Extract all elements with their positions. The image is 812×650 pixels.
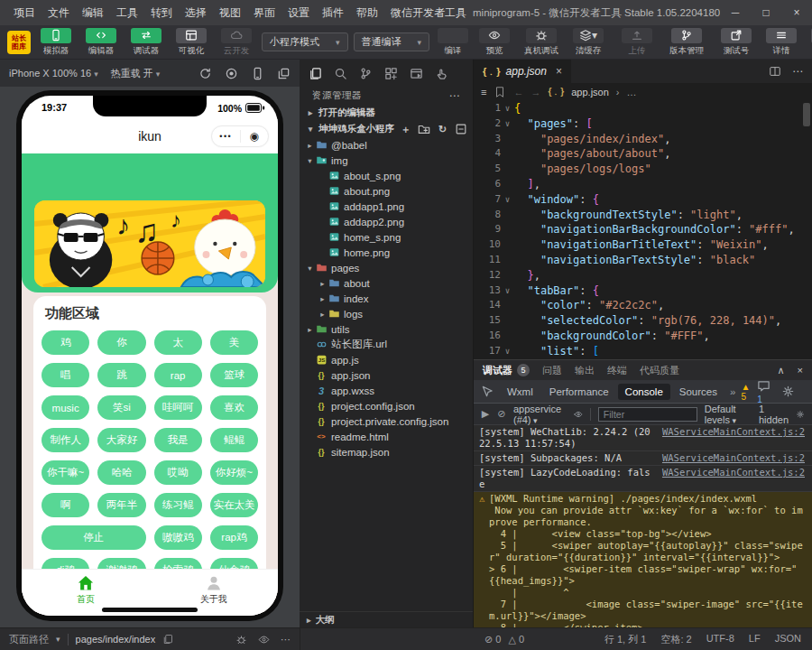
sound-button[interactable]: 鸡: [42, 330, 89, 355]
device-frame-icon[interactable]: [251, 67, 264, 80]
message-count-badge[interactable]: 1: [757, 379, 774, 404]
sound-button[interactable]: 跳: [97, 363, 145, 387]
tree-item[interactable]: {}project.config.json: [300, 398, 473, 413]
mode-select[interactable]: 小程序模式▾: [262, 32, 348, 51]
toolbar-button-test-account[interactable]: 测试号: [716, 28, 756, 57]
open-editors-section[interactable]: ▸打开的编辑器: [300, 105, 473, 121]
console-source-link[interactable]: WAServiceMainContext.js:2: [662, 426, 805, 438]
toolbar-button-version-manage[interactable]: 版本管理: [662, 28, 711, 57]
page-path-value[interactable]: pages/index/index: [76, 634, 156, 645]
tree-item[interactable]: JSapp.js: [300, 352, 473, 367]
devtools-tab-console[interactable]: Console: [618, 384, 670, 400]
sound-button[interactable]: 两年半: [97, 493, 145, 517]
fold-icon[interactable]: [501, 146, 514, 162]
search-view-icon[interactable]: [334, 67, 347, 80]
tree-item[interactable]: {}app.json: [300, 367, 473, 383]
devtools-tab-wxml[interactable]: Wxml: [500, 384, 540, 400]
sound-button[interactable]: 唱: [42, 363, 89, 387]
top-frame-icon[interactable]: ▶: [481, 408, 490, 421]
status-segment[interactable]: UTF-8: [706, 633, 734, 646]
preview-status-icon[interactable]: [258, 634, 270, 645]
maximize-button[interactable]: □: [751, 0, 781, 25]
sound-button[interactable]: 哎呦: [154, 460, 202, 485]
toolbar-button-upload[interactable]: 上传: [617, 28, 657, 57]
toolbar-button-visualization[interactable]: 可视化: [171, 28, 211, 57]
tab-代码质量[interactable]: 代码质量: [640, 364, 679, 377]
collapse-folders-icon[interactable]: [455, 123, 467, 135]
fold-icon[interactable]: [501, 313, 514, 329]
console-filter-input[interactable]: [598, 407, 697, 422]
new-folder-icon[interactable]: [418, 123, 430, 135]
fold-icon[interactable]: [501, 298, 514, 313]
menubar-item[interactable]: 工具: [110, 5, 144, 21]
nav-forward-icon[interactable]: →: [531, 87, 540, 98]
sound-button[interactable]: rap鸡: [210, 525, 258, 550]
warning-count-badge[interactable]: ▲ 5: [741, 382, 750, 402]
menubar-item[interactable]: 编辑: [76, 5, 110, 21]
fold-icon[interactable]: ∨: [501, 344, 514, 359]
sound-button[interactable]: 啊: [42, 493, 89, 517]
menubar-item[interactable]: 视图: [213, 5, 247, 21]
sound-button[interactable]: 大家好: [97, 428, 145, 452]
console-eye-icon[interactable]: [574, 408, 583, 421]
console-settings-icon[interactable]: [796, 408, 805, 421]
tree-item[interactable]: 3app.wxss: [300, 383, 473, 398]
tree-item[interactable]: ▸utils: [300, 321, 473, 337]
sound-button[interactable]: 实在太美: [210, 493, 258, 517]
fold-icon[interactable]: [501, 329, 514, 344]
breadcrumb-more[interactable]: …: [626, 87, 636, 98]
menubar-item[interactable]: 微信开发者工具: [384, 5, 473, 21]
sound-button[interactable]: 你干嘛~: [42, 460, 89, 485]
toolbar-button-editor[interactable]: 编辑器: [81, 28, 121, 57]
tree-item[interactable]: 站长图库.url: [300, 337, 473, 352]
status-segment[interactable]: JSON: [775, 633, 801, 646]
hot-reload-toggle[interactable]: 热重载 开▾: [111, 67, 161, 80]
compile-mode-select[interactable]: 普通编译▾: [354, 32, 430, 51]
sound-button[interactable]: 停止: [42, 525, 146, 550]
toolbar-button-simulator[interactable]: 模拟器: [36, 28, 76, 57]
tree-item[interactable]: ▸about: [300, 275, 473, 291]
status-segment[interactable]: 行 1, 列 1: [604, 633, 646, 646]
debug-status-icon[interactable]: [235, 634, 247, 645]
tree-item[interactable]: ▸index: [300, 291, 473, 306]
toolbar-button-preview[interactable]: 预览: [476, 28, 512, 57]
tab-debugger[interactable]: 调试器5: [483, 364, 530, 377]
close-button[interactable]: ×: [781, 0, 812, 25]
breadcrumb-file[interactable]: app.json: [571, 87, 609, 98]
explorer-more-icon[interactable]: ⋯: [449, 89, 461, 102]
sound-button[interactable]: 篮球: [210, 363, 258, 387]
sound-button[interactable]: rap: [154, 363, 202, 387]
outline-section[interactable]: ▸大纲: [300, 611, 473, 627]
tree-item[interactable]: ▾pages: [300, 260, 473, 275]
inspect-element-icon[interactable]: [481, 385, 494, 398]
page-path-label[interactable]: 页面路径: [9, 633, 49, 646]
editor-scrollbar[interactable]: [803, 103, 810, 126]
fold-icon[interactable]: [501, 237, 514, 253]
exit-target-icon[interactable]: ◉: [241, 130, 269, 143]
clear-console-icon[interactable]: ⊘: [497, 408, 506, 421]
sound-button[interactable]: music: [42, 395, 89, 420]
collapse-panel-icon[interactable]: ∧: [778, 365, 785, 376]
devtools-settings-icon[interactable]: [781, 385, 795, 398]
status-segment[interactable]: LF: [749, 633, 761, 646]
tree-item[interactable]: <>readme.html: [300, 429, 473, 444]
warning-count[interactable]: △ 0: [508, 634, 524, 645]
sound-button[interactable]: 美: [210, 330, 258, 355]
capsule-menu[interactable]: ••• ◉: [211, 125, 269, 147]
fold-icon[interactable]: [501, 162, 514, 177]
toolbar-button-cloud-dev[interactable]: 云开发: [217, 28, 256, 57]
tab-app-json[interactable]: {﹒} app.json ×: [474, 60, 572, 83]
fold-icon[interactable]: [501, 177, 514, 192]
copy-path-icon[interactable]: [162, 634, 173, 645]
toolbar-button-messages[interactable]: 消息: [807, 28, 812, 57]
sound-button[interactable]: 哈哈: [97, 460, 145, 485]
sound-button[interactable]: 你好烦~: [210, 460, 258, 485]
tab-close-icon[interactable]: ×: [556, 65, 562, 78]
tab-终端[interactable]: 终端: [607, 364, 627, 377]
sound-button[interactable]: 哇呵呵: [154, 395, 202, 420]
tree-item[interactable]: addapp2.png: [300, 214, 473, 229]
menubar-item[interactable]: 选择: [179, 5, 213, 21]
tab-输出[interactable]: 输出: [575, 364, 595, 377]
sound-button[interactable]: 太: [154, 330, 202, 355]
extensions-view-icon[interactable]: [384, 67, 398, 80]
